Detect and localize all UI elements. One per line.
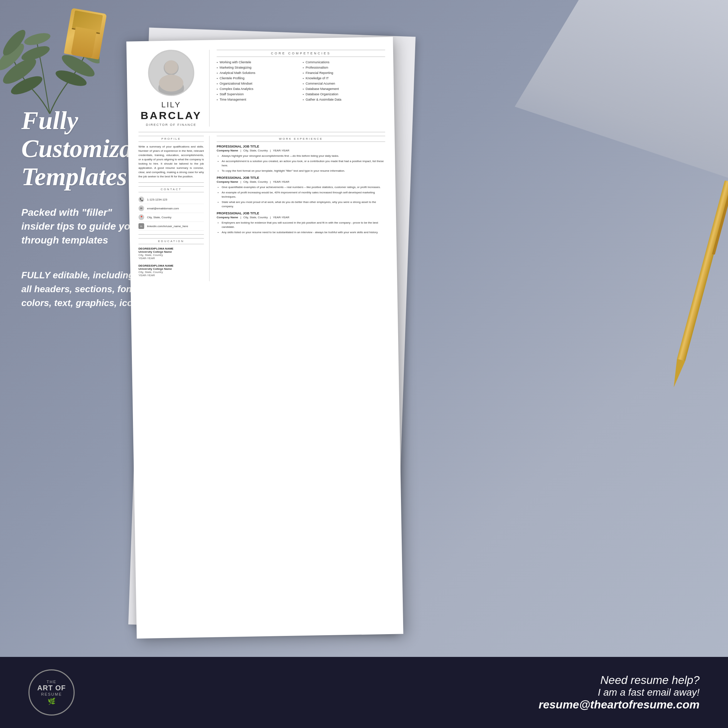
comp-item: Analytical Math Solutions <box>217 70 299 76</box>
school-2: University College Name <box>139 267 204 271</box>
comp-item: Communications <box>303 60 385 65</box>
comp-item: Staff Supervision <box>217 92 299 97</box>
job-bullets-1: Always highlight your strongest accompli… <box>217 154 385 173</box>
comp-item: Knowledge of IT <box>303 76 385 81</box>
resume-left-col: PROFILE Write a summary of your qualific… <box>139 136 210 281</box>
cta-email: resume@theartofresume.com <box>538 698 700 711</box>
bottom-text: FULLY editable, including all headers, s… <box>21 268 146 310</box>
email-icon: ✉ <box>139 205 144 211</box>
education-section-header: EDUCATION <box>139 238 204 244</box>
job-meta-3: Company Name | City, State, Country | YE… <box>217 216 385 219</box>
job-title-3: PROFESSIONAL JOB TITLE <box>217 211 385 215</box>
list-item: Any skills listed on your resume need to… <box>222 230 385 235</box>
cta-line1: Need resume help? <box>538 674 700 687</box>
list-item: State what are you most proud of at work… <box>222 200 385 209</box>
list-item: Always highlight your strongest accompli… <box>222 154 385 158</box>
list-item: Employers are looking for evidence that … <box>222 221 385 229</box>
cta-line2: I am a fast email away! <box>538 687 700 698</box>
cta-section: Need resume help? I am a fast email away… <box>538 674 700 711</box>
degree-2: DEGREE/DIPLOMA NAME <box>139 264 204 267</box>
degree-1: DEGREE/DIPLOMA NAME <box>139 247 204 250</box>
location-icon: 📍 <box>139 214 144 220</box>
comp-item: Financial Reporting <box>303 70 385 76</box>
name-first: LILY <box>139 100 204 110</box>
job-bullets-2: Give quantifiable examples of your achie… <box>217 185 385 209</box>
edu-city-1: City, State, Country <box>139 254 204 257</box>
list-item: To copy the font format on your template… <box>222 169 385 173</box>
comp-item: Gather & Assimilate Data <box>303 97 385 102</box>
resume-body: PROFILE Write a summary of your qualific… <box>139 136 385 281</box>
name-last: BARCLAY <box>139 110 204 122</box>
svg-point-13 <box>159 75 184 92</box>
school-1: University College Name <box>139 250 204 254</box>
edu-entry-1: DEGREE/DIPLOMA NAME University College N… <box>139 247 204 260</box>
profile-photo <box>148 50 194 96</box>
job-meta-1: Company Name | City, State, Country | YE… <box>217 149 385 152</box>
bottom-bar: THE ART OF RESUME 🌿 Need resume help? I … <box>0 657 728 728</box>
comp-item: Time Management <box>217 97 299 102</box>
list-item: An accomplishment is a solution you crea… <box>222 159 385 168</box>
job-title: DIRECTOR OF FINANCE <box>139 123 204 127</box>
resume-right-col: WORK EXPERIENCE PROFESSIONAL JOB TITLE C… <box>215 136 385 281</box>
svg-point-12 <box>164 60 178 74</box>
profile-left: LILY BARCLAY DIRECTOR OF FINANCE <box>139 50 210 127</box>
job-meta-2: Company Name | City, State, Country | YE… <box>217 180 385 184</box>
edu-city-2: City, State, Country <box>139 271 204 274</box>
sub-text: Packed with "filler" insider tips to gui… <box>21 205 146 248</box>
edu-year-1: YEAR-YEAR <box>139 257 204 260</box>
comp-item: Commercial Acumen <box>303 81 385 86</box>
list-item: Give quantifiable examples of your achie… <box>222 185 385 190</box>
edu-year-2: YEAR-YEAR <box>139 274 204 277</box>
comp-item: Organizational Mindset <box>217 81 299 86</box>
logo-bottom: RESUME <box>41 692 62 696</box>
main-headline: Fully Customizable Templates <box>21 107 146 191</box>
logo-top: THE <box>47 680 57 684</box>
comp-item: Marketing Strategizing <box>217 65 299 70</box>
contact-email: ✉ email@emaildomain.com <box>139 204 204 213</box>
list-item: An example of profit increasing would be… <box>222 191 385 199</box>
comp-item: Clientele Profiling <box>217 76 299 81</box>
logo-main: ART OF <box>37 684 66 692</box>
competencies-header: CORE COMPETENCIES <box>217 50 385 57</box>
comp-item: Working with Clientele <box>217 60 299 65</box>
comp-item: Professionalism <box>303 65 385 70</box>
job-title-1: PROFESSIONAL JOB TITLE <box>217 145 385 148</box>
core-competencies-section: CORE COMPETENCIES Working with Clientele… <box>217 50 385 127</box>
edu-entry-2: DEGREE/DIPLOMA NAME University College N… <box>139 264 204 277</box>
resume-paper: LILY BARCLAY DIRECTOR OF FINANCE CORE CO… <box>126 37 403 639</box>
comp-item: Database Management <box>303 86 385 92</box>
comp-item: Database Organization <box>303 92 385 97</box>
linkedin-icon: in <box>139 223 144 229</box>
comp-item: Complex Data Analytics <box>217 86 299 92</box>
contact-location: 📍 City, State, Country <box>139 213 204 222</box>
job-title-2: PROFESSIONAL JOB TITLE <box>217 176 385 179</box>
contact-phone: 📞 1-123-1234-123 <box>139 195 204 204</box>
profile-section-header: PROFILE <box>139 136 204 142</box>
logo: THE ART OF RESUME 🌿 <box>28 669 75 716</box>
resume-header: LILY BARCLAY DIRECTOR OF FINANCE CORE CO… <box>139 50 385 127</box>
job-bullets-3: Employers are looking for evidence that … <box>217 221 385 235</box>
phone-icon: 📞 <box>139 197 144 202</box>
logo-icon: 🌿 <box>47 697 55 705</box>
left-panel: Fully Customizable Templates Packed with… <box>21 107 146 310</box>
contact-linkedin: in linkedin.com/in/user_name_here <box>139 222 204 231</box>
contact-section-header: CONTACT <box>139 186 204 192</box>
work-section-header: WORK EXPERIENCE <box>217 136 385 142</box>
profile-text: Write a summary of your qualifications a… <box>139 145 204 179</box>
competencies-grid: Working with Clientele Marketing Strateg… <box>217 60 385 102</box>
